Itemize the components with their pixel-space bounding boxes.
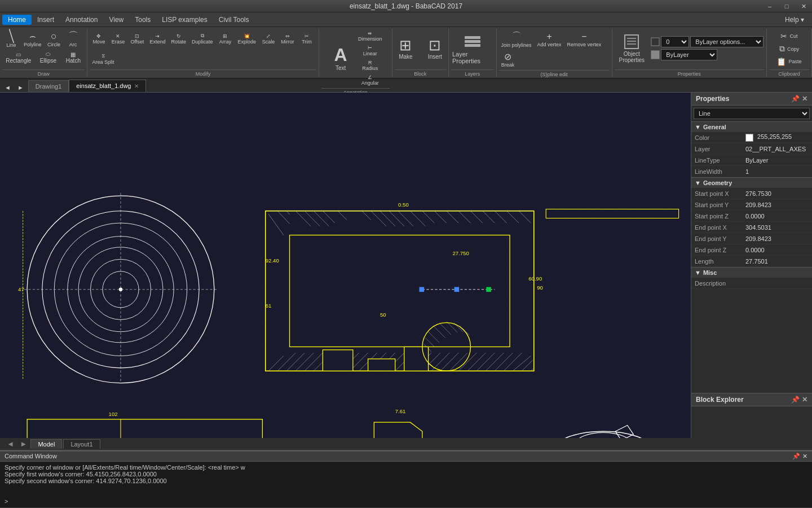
insert-button[interactable]: ⊡ Insert xyxy=(421,36,449,62)
tab-nav-next[interactable]: ► xyxy=(15,83,26,92)
ellipse-button[interactable]: ⬭ Ellipse xyxy=(36,50,60,65)
block-pin-icon[interactable]: 📌 xyxy=(791,396,800,404)
color-row: Color 255,255,255 xyxy=(691,132,812,143)
explode-button[interactable]: 💥Explode xyxy=(235,32,258,46)
start-y-row: Start point Y 209.8423 xyxy=(691,199,812,211)
entity-type-select[interactable]: Line xyxy=(694,108,810,119)
tab-nav-prev[interactable]: ◄ xyxy=(2,83,13,92)
description-row: Description xyxy=(691,278,812,289)
hatch-button[interactable]: ▦ Hatch xyxy=(61,50,85,65)
geometry-section-header[interactable]: ▼ Geometry xyxy=(691,177,812,188)
rectangle-button[interactable]: ▭ Rectangle xyxy=(2,50,34,65)
rotate-button[interactable]: ↻Rotate xyxy=(169,32,188,46)
drawing-canvas[interactable]: 47 xyxy=(0,93,691,438)
erase-icon: ✕ xyxy=(116,33,120,39)
menu-tools[interactable]: Tools xyxy=(129,15,156,25)
join-polylines-button[interactable]: ⌒ Join polylines xyxy=(499,29,534,49)
model-tab[interactable]: Model xyxy=(30,439,62,449)
ribbon-group-modify: ✥Move ✕Erase ⊡Offset ⇥Extend ↻Rotate ⧉Du… xyxy=(87,28,319,77)
break-button[interactable]: ⊘ Break xyxy=(499,50,517,69)
block-group-label: Block xyxy=(395,69,446,77)
mirror-button[interactable]: ⇔Mirror xyxy=(279,32,297,46)
text-button[interactable]: A Text xyxy=(326,29,355,87)
maximize-button[interactable]: □ xyxy=(778,0,795,12)
break-icon: ⊘ xyxy=(504,51,511,62)
move-button[interactable]: ✥Move xyxy=(90,32,108,46)
ellipse-icon: ⬭ Ellipse xyxy=(38,51,58,64)
dimension-button[interactable]: ⇺Dimension xyxy=(356,29,385,43)
block-close-icon[interactable]: ✕ xyxy=(802,396,807,404)
tab-drawing1[interactable]: Drawing1 xyxy=(28,80,69,92)
arc-button[interactable]: ⌒ Arc xyxy=(64,30,82,49)
menu-civil[interactable]: Civil Tools xyxy=(213,15,255,25)
erase-button[interactable]: ✕Erase xyxy=(109,32,127,46)
layout1-tab[interactable]: Layout1 xyxy=(63,439,100,449)
svg-text:90: 90 xyxy=(537,284,543,291)
ribbon-group-layers: Layer Properties Layers xyxy=(449,28,497,77)
array-button[interactable]: ⊞Array xyxy=(216,32,234,46)
cmd-close-icon[interactable]: ✕ xyxy=(802,453,807,460)
menu-annotation[interactable]: Annotation xyxy=(60,15,103,25)
tab-left-arrow[interactable]: ◄ xyxy=(5,440,16,448)
svg-text:60.90: 60.90 xyxy=(528,275,542,282)
offset-button[interactable]: ⊡Offset xyxy=(128,32,146,46)
cut-button[interactable]: ✂ Cut xyxy=(778,30,800,42)
bottom-area: ◄ ► Model Layout1 xyxy=(0,438,812,450)
cmd-line-1: Specify corner of window or [All/Extents… xyxy=(5,464,807,471)
canvas-area[interactable]: 47 xyxy=(0,93,691,438)
block-explorer-header: Block Explorer 📌 ✕ xyxy=(691,393,812,406)
angular-button[interactable]: ∠Angular xyxy=(356,73,385,87)
trim-button[interactable]: ✂Trim xyxy=(298,32,316,46)
color-dropdown[interactable]: ByLayer xyxy=(661,49,717,60)
general-section-header[interactable]: ▼ General xyxy=(691,121,812,132)
svg-rect-0 xyxy=(465,36,480,39)
close-button[interactable]: ✕ xyxy=(795,0,812,12)
circle-icon: ○ xyxy=(51,31,57,41)
paste-button[interactable]: 📋 Paste xyxy=(774,56,804,67)
object-properties-button[interactable]: Object Properties xyxy=(615,30,648,65)
props-close-icon[interactable]: ✕ xyxy=(802,95,807,103)
misc-section-header[interactable]: ▼ Misc xyxy=(691,267,812,278)
layer-name-dropdown[interactable]: ByLayer options... xyxy=(690,36,764,47)
svg-rect-79 xyxy=(368,359,395,371)
ribbon-group-obj-props: Object Properties 0 ByLayer options... B… xyxy=(612,28,767,77)
linear-button[interactable]: ⊢Linear xyxy=(356,44,385,58)
scale-icon: ⤢ xyxy=(266,33,271,39)
start-z-row: Start point Z 0.0000 xyxy=(691,211,812,222)
layers-group-label: Layers xyxy=(451,69,494,77)
polyline-icon: ⌢ xyxy=(29,31,36,41)
area-split-button[interactable]: ⧖Area Split xyxy=(90,52,116,66)
spline-group-label: (S)pline edit xyxy=(499,70,610,77)
remove-vertex-button[interactable]: − Remove vertex xyxy=(565,30,604,49)
linetype-row: LineType ByLayer xyxy=(691,155,812,166)
app-title: einsatz_blatt_1.dwg - BabaCAD 2017 xyxy=(350,2,462,10)
menu-view[interactable]: View xyxy=(103,15,129,25)
tab-right-arrow[interactable]: ► xyxy=(17,440,29,448)
command-input[interactable] xyxy=(10,498,733,505)
menu-home[interactable]: Home xyxy=(2,15,32,25)
circle-button[interactable]: ○ Circle xyxy=(45,30,63,49)
title-bar: einsatz_blatt_1.dwg - BabaCAD 2017 – □ ✕ xyxy=(0,0,812,12)
cmd-pin-icon[interactable]: 📌 xyxy=(792,453,800,460)
add-vertex-button[interactable]: + Add vertex xyxy=(535,30,564,49)
props-pin-icon[interactable]: 📌 xyxy=(791,95,800,103)
layer-number-dropdown[interactable]: 0 xyxy=(661,36,689,47)
radius-button[interactable]: RRadius xyxy=(356,59,385,72)
line-button[interactable]: ╱ Line xyxy=(2,29,20,49)
minimize-button[interactable]: – xyxy=(761,0,778,12)
close-tab-icon[interactable]: ✕ xyxy=(134,83,139,89)
make-button[interactable]: ⊞ Make xyxy=(391,36,420,62)
copy-button[interactable]: ⧉ Copy xyxy=(777,43,801,55)
linewidth-row: LineWidth 1 xyxy=(691,166,812,177)
polyline-button[interactable]: ⌢ Polyline xyxy=(21,30,44,49)
insert-icon: ⊡ xyxy=(429,38,441,52)
block-explorer: Block Explorer 📌 ✕ xyxy=(691,393,812,438)
svg-text:7.61: 7.61 xyxy=(395,408,406,414)
duplicate-button[interactable]: ⧉Duplicate xyxy=(189,32,215,46)
scale-button[interactable]: ⤢Scale xyxy=(259,32,277,46)
menu-lisp[interactable]: LISP examples xyxy=(156,15,213,25)
menu-help[interactable]: Help ▾ xyxy=(779,15,810,25)
tab-einsatz[interactable]: einsatz_blatt_1.dwg ✕ xyxy=(69,80,146,92)
extend-button[interactable]: ⇥Extend xyxy=(147,32,167,46)
menu-insert[interactable]: Insert xyxy=(32,15,60,25)
